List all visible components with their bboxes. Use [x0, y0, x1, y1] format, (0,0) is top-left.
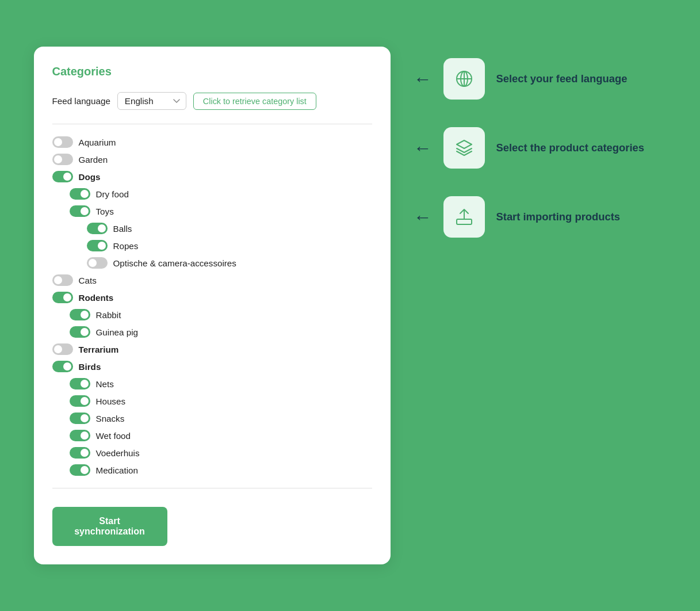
category-item-rabbit: Rabbit: [52, 306, 372, 323]
feed-language-label: Feed language: [52, 96, 110, 106]
category-item-cats: Cats: [52, 272, 372, 289]
category-label-dry-food: Dry food: [96, 189, 129, 199]
arrow-icon: ←: [414, 208, 432, 226]
step-text-step-language: Select your feed language: [496, 72, 628, 86]
toggle-rabbit[interactable]: [70, 309, 90, 320]
arrow-icon: ←: [414, 139, 432, 157]
category-label-toys: Toys: [96, 207, 114, 216]
category-label-balls: Balls: [113, 224, 132, 234]
category-item-nets: Nets: [52, 375, 372, 392]
category-label-medication: Medication: [96, 465, 138, 475]
category-item-dry-food: Dry food: [52, 185, 372, 203]
toggle-medication[interactable]: [70, 464, 90, 476]
toggle-dry-food[interactable]: [70, 188, 90, 200]
steps-panel: ← Select your feed language← Select the …: [414, 47, 667, 238]
category-item-birds: Birds: [52, 358, 372, 375]
retrieve-category-button[interactable]: Click to retrieve category list: [193, 93, 316, 110]
category-label-aquarium: Aquarium: [79, 138, 116, 147]
category-item-voederhuis: Voederhuis: [52, 444, 372, 461]
category-item-terrarium: Terrarium: [52, 341, 372, 358]
category-label-cats: Cats: [79, 276, 97, 285]
category-item-garden: Garden: [52, 151, 372, 168]
step-text-step-import: Start importing products: [496, 210, 621, 224]
sync-button[interactable]: Start synchronization: [52, 507, 167, 546]
arrow-icon: ←: [414, 70, 432, 88]
step-row-step-import: ← Start importing products: [414, 196, 667, 238]
toggle-optische[interactable]: [87, 257, 108, 269]
category-label-wet-food: Wet food: [96, 431, 131, 441]
categories-list: AquariumGardenDogsDry foodToysBallsRopes…: [52, 124, 372, 479]
category-item-balls: Balls: [52, 220, 372, 237]
step-text-step-categories: Select the product categories: [496, 141, 645, 155]
category-label-garden: Garden: [79, 155, 108, 165]
category-item-snacks: Snacks: [52, 410, 372, 427]
category-item-wet-food: Wet food: [52, 427, 372, 444]
category-label-nets: Nets: [96, 379, 114, 389]
divider: [52, 488, 372, 488]
step-row-step-language: ← Select your feed language: [414, 58, 667, 100]
toggle-houses[interactable]: [70, 395, 90, 407]
toggle-voederhuis[interactable]: [70, 447, 90, 459]
globe-icon: [443, 58, 485, 100]
step-row-step-categories: ← Select the product categories: [414, 127, 667, 169]
toggle-snacks[interactable]: [70, 413, 90, 424]
toggle-guinea-pig[interactable]: [70, 326, 90, 338]
feed-language-row: Feed language English Dutch German Frenc…: [52, 92, 372, 110]
toggle-garden[interactable]: [52, 154, 73, 165]
toggle-balls[interactable]: [87, 223, 108, 234]
category-label-optische: Optische & camera-accessoires: [113, 258, 236, 268]
toggle-rodents[interactable]: [52, 292, 73, 303]
layers-icon: [443, 127, 485, 169]
toggle-dogs[interactable]: [52, 171, 73, 182]
category-label-snacks: Snacks: [96, 414, 125, 423]
category-item-ropes: Ropes: [52, 237, 372, 254]
category-item-rodents: Rodents: [52, 289, 372, 306]
category-item-optische: Optische & camera-accessoires: [52, 254, 372, 272]
toggle-toys[interactable]: [70, 205, 90, 217]
category-label-terrarium: Terrarium: [79, 345, 119, 354]
category-label-guinea-pig: Guinea pig: [96, 327, 138, 337]
toggle-birds[interactable]: [52, 361, 73, 372]
category-label-ropes: Ropes: [113, 241, 139, 251]
card-title: Categories: [52, 65, 372, 78]
category-label-dogs: Dogs: [79, 172, 101, 182]
category-label-rodents: Rodents: [79, 293, 114, 303]
category-label-voederhuis: Voederhuis: [96, 448, 140, 458]
language-select[interactable]: English Dutch German French: [117, 92, 186, 110]
category-item-medication: Medication: [52, 461, 372, 479]
categories-card: Categories Feed language English Dutch G…: [34, 47, 391, 564]
svg-rect-4: [457, 219, 472, 224]
category-item-guinea-pig: Guinea pig: [52, 323, 372, 341]
toggle-ropes[interactable]: [87, 240, 108, 251]
toggle-wet-food[interactable]: [70, 430, 90, 441]
category-label-birds: Birds: [79, 362, 101, 372]
category-item-houses: Houses: [52, 392, 372, 410]
outer-container: Categories Feed language English Dutch G…: [34, 47, 667, 564]
toggle-nets[interactable]: [70, 378, 90, 389]
category-item-dogs: Dogs: [52, 168, 372, 185]
category-item-aquarium: Aquarium: [52, 133, 372, 151]
toggle-cats[interactable]: [52, 274, 73, 286]
category-item-toys: Toys: [52, 203, 372, 220]
toggle-aquarium[interactable]: [52, 136, 73, 148]
category-label-rabbit: Rabbit: [96, 310, 121, 320]
upload-icon: [443, 196, 485, 238]
toggle-terrarium[interactable]: [52, 343, 73, 355]
category-label-houses: Houses: [96, 396, 126, 406]
